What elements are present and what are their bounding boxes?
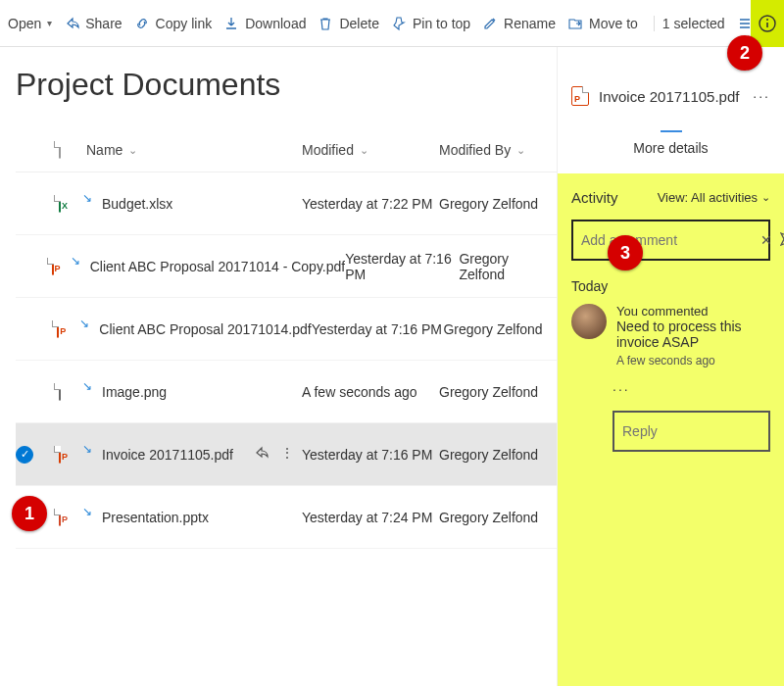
activity-panel: Activity View: All activities ⌄ ✕ Today … (558, 173, 784, 686)
share-icon[interactable] (253, 445, 269, 464)
modified-value: Yesterday at 7:16 PM (302, 447, 432, 463)
xlsx-icon: X (59, 195, 61, 213)
rename-icon (482, 16, 498, 31)
share-button[interactable]: Share (64, 16, 122, 31)
pdf-icon: P (57, 320, 59, 338)
new-indicator-icon: ↘ (71, 254, 80, 268)
pin-icon (391, 16, 407, 31)
rename-label: Rename (504, 16, 556, 31)
pin-label: Pin to top (413, 16, 470, 31)
activity-entry-heading: You commented (616, 304, 770, 318)
file-row[interactable]: X↘Budget.xlsxYesterday at 7:22 PMGregory… (16, 172, 557, 235)
activity-view-label: View: All activities (658, 190, 758, 205)
modified-by-value: Gregory Zelfond (439, 447, 538, 463)
send-icon[interactable] (780, 232, 784, 249)
comment-input[interactable] (581, 232, 753, 248)
new-indicator-icon: ↘ (82, 379, 92, 393)
details-pane: P Invoice 20171105.pdf ··· More details … (557, 47, 784, 686)
modified-header-label: Modified (302, 142, 354, 158)
info-icon (758, 14, 777, 33)
modified-column-header[interactable]: Modified ⌄ (302, 142, 439, 158)
clear-icon[interactable]: ✕ (760, 232, 772, 248)
file-list: X↘Budget.xlsxYesterday at 7:22 PMGregory… (16, 172, 557, 549)
link-icon (134, 16, 150, 31)
file-row[interactable]: P↘Client ABC Proposal 20171014 - Copy.pd… (16, 235, 557, 298)
copy-link-button[interactable]: Copy link (134, 16, 213, 31)
share-icon (64, 16, 79, 31)
pdf-icon: P (52, 258, 54, 275)
file-name: Client ABC Proposal 20171014.pdf (99, 321, 311, 337)
download-button[interactable]: Download (223, 16, 306, 31)
move-icon (567, 16, 583, 31)
new-indicator-icon: ↘ (79, 317, 89, 330)
modified-by-value: Gregory Zelfond (459, 251, 557, 282)
file-row[interactable]: ✓P↘Invoice 20171105.pdf⋮Yesterday at 7:1… (16, 423, 557, 486)
library-title: Project Documents (16, 67, 557, 103)
activity-entry-body: Need to process this invoice ASAP (616, 318, 770, 350)
modified-by-value: Gregory Zelfond (443, 321, 542, 337)
delete-label: Delete (339, 16, 378, 31)
delete-button[interactable]: Delete (318, 16, 378, 31)
new-indicator-icon: ↘ (82, 505, 92, 518)
copy-link-label: Copy link (156, 16, 213, 31)
annotation-callout-1: 1 (12, 496, 47, 531)
activity-view-filter[interactable]: View: All activities ⌄ (658, 190, 770, 205)
open-menu[interactable]: Open ▾ (8, 16, 52, 31)
name-column-header[interactable]: Name ⌄ (86, 142, 302, 158)
more-icon[interactable]: ⋮ (280, 445, 294, 464)
pdf-icon: P (571, 86, 589, 106)
new-indicator-icon: ↘ (82, 191, 92, 205)
command-bar: Open ▾ Share Copy link Download Delete P… (0, 0, 784, 47)
move-label: Move to (589, 16, 638, 31)
open-label: Open (8, 16, 41, 31)
chevron-down-icon: ▾ (47, 18, 52, 28)
download-icon (223, 16, 239, 31)
details-more-menu[interactable]: ··· (753, 88, 770, 104)
pdf-icon: P (59, 446, 61, 464)
modified-by-value: Gregory Zelfond (439, 510, 538, 525)
file-name: Invoice 20171105.pdf (102, 447, 233, 463)
divider-icon (661, 129, 682, 132)
row-checkbox[interactable]: ✓ (16, 446, 33, 464)
chevron-down-icon: ⌄ (360, 144, 368, 157)
activity-entry: You commented Need to process this invoi… (571, 304, 770, 368)
activity-entry-menu[interactable]: ··· (612, 381, 770, 397)
pin-button[interactable]: Pin to top (391, 16, 470, 31)
modified-by-column-header[interactable]: Modified By ⌄ (439, 142, 557, 158)
activity-heading: Activity (571, 189, 618, 206)
modified-by-value: Gregory Zelfond (439, 196, 538, 212)
add-comment-box[interactable]: ✕ (571, 220, 770, 261)
activity-day-heading: Today (571, 278, 770, 294)
modified-by-value: Gregory Zelfond (439, 384, 538, 400)
download-label: Download (245, 16, 306, 31)
chevron-down-icon: ⌄ (516, 144, 525, 157)
file-name: Image.png (102, 384, 167, 400)
modified-by-header-label: Modified By (439, 142, 511, 158)
modified-value: Yesterday at 7:24 PM (302, 510, 432, 525)
activity-entry-time: A few seconds ago (616, 354, 770, 368)
png-icon (59, 383, 61, 401)
move-to-button[interactable]: Move to (567, 16, 638, 31)
file-row[interactable]: P↘Client ABC Proposal 20171014.pdfYester… (16, 298, 557, 361)
modified-value: Yesterday at 7:16 PM (345, 251, 459, 282)
rename-button[interactable]: Rename (482, 16, 556, 31)
type-column-header[interactable] (59, 142, 86, 158)
file-row[interactable]: ↘Image.pngA few seconds agoGregory Zelfo… (16, 361, 557, 423)
reply-input[interactable] (622, 423, 784, 439)
svg-point-2 (766, 19, 768, 21)
annotation-callout-2: 2 (727, 35, 762, 71)
reply-box[interactable]: ✕ (612, 411, 770, 452)
details-filename: Invoice 20171105.pdf (599, 88, 739, 105)
more-details-link[interactable]: More details (571, 140, 770, 156)
name-header-label: Name (86, 142, 122, 158)
trash-icon (318, 16, 333, 31)
file-row[interactable]: P↘Presentation.pptxYesterday at 7:24 PMG… (16, 486, 557, 549)
modified-value: A few seconds ago (302, 384, 417, 400)
file-name: Budget.xlsx (102, 196, 172, 212)
pptx-icon: P (59, 509, 61, 526)
modified-value: Yesterday at 7:22 PM (302, 196, 432, 212)
file-name: Client ABC Proposal 20171014 - Copy.pdf (90, 259, 345, 274)
annotation-callout-3: 3 (608, 235, 643, 270)
chevron-down-icon: ⌄ (128, 144, 137, 157)
document-library: Project Documents Name ⌄ Modified ⌄ Modi… (0, 47, 557, 686)
